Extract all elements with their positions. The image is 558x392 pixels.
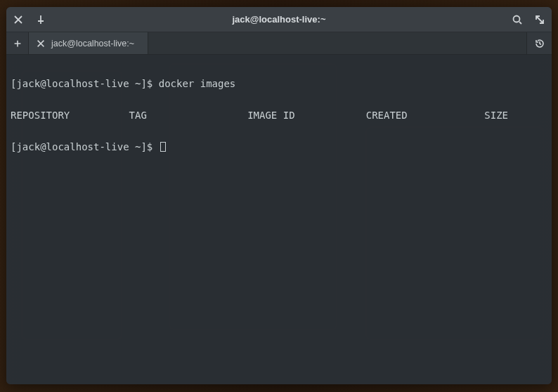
terminal-line: [jack@localhost-live ~]$ docker images: [11, 79, 547, 89]
terminal-prompt-line: [jack@localhost-live ~]$: [11, 142, 547, 152]
titlebar-left-controls: [12, 13, 61, 26]
tab-close-button[interactable]: [36, 39, 46, 48]
tab-label: jack@localhost-live:~: [51, 39, 134, 48]
pin-icon: [35, 14, 46, 25]
terminal-content[interactable]: [jack@localhost-live ~]$ docker images R…: [6, 55, 552, 384]
svg-point-0: [514, 15, 520, 22]
terminal-cursor: [160, 142, 166, 152]
new-tab-button[interactable]: [6, 32, 29, 54]
tab-0[interactable]: jack@localhost-live:~: [29, 32, 148, 54]
terminal-line: REPOSITORY TAG IMAGE ID CREATED SIZE: [11, 110, 547, 121]
tabbar-spacer: [148, 32, 526, 54]
terminal-window: jack@localhost-live:~ jack@localhost-liv…: [6, 7, 552, 384]
tab-bar: jack@localhost-live:~: [6, 32, 552, 55]
close-window-button[interactable]: [12, 13, 25, 26]
pin-button[interactable]: [34, 13, 47, 26]
fullscreen-icon: [534, 14, 545, 25]
close-icon: [13, 14, 24, 25]
terminal-prompt: [jack@localhost-live ~]$: [11, 141, 159, 152]
fullscreen-button[interactable]: [533, 13, 546, 26]
search-button[interactable]: [511, 13, 524, 26]
history-button[interactable]: [526, 32, 552, 54]
titlebar[interactable]: jack@localhost-live:~: [6, 7, 552, 32]
search-icon: [512, 14, 523, 25]
plus-icon: [13, 39, 22, 48]
close-icon: [36, 38, 46, 49]
window-title: jack@localhost-live:~: [61, 14, 497, 25]
history-icon: [534, 38, 545, 49]
titlebar-right-controls: [497, 13, 546, 26]
